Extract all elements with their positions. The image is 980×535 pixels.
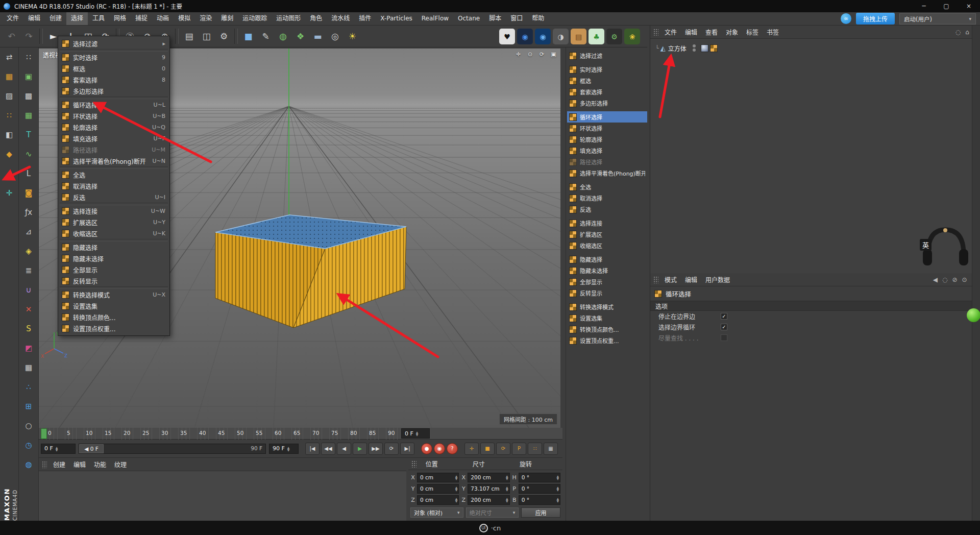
polygon-object-icon[interactable]: ◭ [660, 44, 666, 52]
spheres-icon[interactable]: ∴ [22, 380, 35, 394]
menu-rectangle-selection-icon[interactable]: 框选0 [58, 63, 169, 74]
menubar-item-plugins[interactable]: 插件 [354, 12, 376, 25]
menubar-item-tools[interactable]: 工具 [88, 12, 109, 25]
object-manager-menu-item[interactable]: 文件 [660, 28, 681, 36]
primitive-cube-icon[interactable]: ■ [240, 27, 257, 45]
home-icon[interactable]: ⌂ [965, 29, 969, 36]
array-icon[interactable]: ⊞ [22, 400, 35, 413]
palette-grow-selection-icon[interactable]: 扩展选区 [567, 229, 647, 240]
menu-path-selection-icon[interactable]: 路径选择U~M [58, 144, 169, 155]
render-visibility-dot[interactable] [693, 48, 696, 52]
prev-key-button[interactable]: ◀◀ [321, 443, 335, 455]
position-z-field[interactable]: 0 cm▲▼ [417, 495, 459, 505]
grip-icon[interactable] [653, 29, 658, 36]
magnet-icon[interactable]: ∪ [22, 283, 35, 297]
minimize-button[interactable]: ─ [913, 0, 935, 12]
toolbar-separator[interactable] [175, 29, 179, 44]
xparticles-icon[interactable]: ♥ [499, 29, 515, 44]
grip-icon[interactable] [42, 461, 47, 468]
select-boundary-loop-checkbox[interactable]: ✓ [721, 324, 727, 330]
palette-fill-selection-icon[interactable]: 填充选择 [567, 145, 647, 156]
menubar-item-simulate[interactable]: 模拟 [174, 12, 195, 25]
checker-ball-icon[interactable]: ◑ [553, 29, 569, 44]
capsule-icon[interactable]: ○ [22, 419, 35, 432]
toolbar-separator[interactable] [39, 29, 43, 44]
size-z-field[interactable]: 200 cm▲▼ [468, 495, 509, 505]
go-end-button[interactable]: ▶| [400, 443, 414, 455]
record-position-toggle[interactable]: ✛ [464, 443, 479, 455]
attribute-manager-menu-item[interactable]: 模式 [660, 275, 681, 284]
menu-invert-selection-icon[interactable]: 反选U~I [58, 191, 169, 203]
menubar-item-create[interactable]: 创建 [45, 12, 66, 25]
palette-ring-selection-icon[interactable]: 环状选择 [567, 123, 647, 134]
layout-dropdown[interactable]: 启动(用户) ▾ [899, 13, 976, 25]
sculpt-icon[interactable]: S [22, 322, 35, 335]
position-x-field[interactable]: 0 cm▲▼ [417, 473, 459, 482]
palette-hide-unselected-icon[interactable]: 隐藏未选择 [567, 265, 647, 276]
layers-icon[interactable]: ≣ [22, 264, 35, 277]
material-manager-menu-item[interactable]: 编辑 [69, 460, 90, 469]
maximize-button[interactable]: ▢ [935, 0, 958, 12]
render-settings-icon[interactable]: ⚙ [215, 27, 232, 45]
menu-phong-break-selection-icon[interactable]: 选择平滑着色(Phong)断开U~N [58, 155, 169, 166]
next-frame-button[interactable]: ▶▶ [369, 443, 383, 455]
menubar-item-render[interactable]: 渲染 [195, 12, 216, 25]
dock-edge-strip[interactable] [972, 26, 980, 521]
menu-hide-selected-icon[interactable]: 隐藏选择 [58, 241, 169, 253]
sync-cloud-icon[interactable]: ∞ [841, 13, 851, 24]
menu-set-vertex-weight-icon[interactable]: 设置顶点权重... [58, 323, 169, 334]
palette-rectangle-selection-icon[interactable]: 框选 [567, 75, 647, 86]
grip-icon[interactable] [411, 460, 416, 468]
record-pla-toggle[interactable]: ∷ [528, 443, 542, 455]
menu-loop-selection-icon[interactable]: 循环选择U~L [58, 99, 169, 110]
rotation-h-field[interactable]: 0 °▲▼ [519, 473, 560, 482]
menu-set-vertex-color-icon[interactable]: 转换顶点颜色... [58, 311, 169, 323]
current-frame-field[interactable]: 0 F ▲▼ [401, 428, 430, 439]
record-parameter-toggle[interactable]: P [512, 443, 526, 455]
object-manager-menu-item[interactable]: 对象 [722, 28, 742, 36]
palette-select-connected-icon[interactable]: 选择连接 [567, 217, 647, 229]
size-x-field[interactable]: 200 cm▲▼ [468, 473, 509, 482]
menubar-item-edit[interactable]: 编辑 [23, 12, 45, 25]
object-manager-menu-item[interactable]: 标签 [742, 28, 763, 36]
attribute-manager-menu-item[interactable]: 用户数据 [701, 275, 734, 284]
zoom-view-icon[interactable]: ⊙ [526, 51, 534, 58]
make-editable-icon[interactable]: ⇄ [3, 51, 16, 64]
redo-icon[interactable]: ↷ [20, 27, 37, 45]
menu-hide-unselected-icon[interactable]: 隐藏未选择 [58, 253, 169, 264]
object-manager-menu-item[interactable]: 书签 [763, 28, 783, 36]
menubar-item-help[interactable]: 帮助 [527, 12, 549, 25]
measure-icon[interactable]: ⊿ [22, 225, 35, 238]
texture-icon[interactable]: ▩ [22, 89, 35, 103]
floor-icon[interactable]: ▬ [309, 27, 326, 45]
record-keyframe-button[interactable]: ● [421, 443, 432, 454]
fx-icon[interactable]: ƒx [22, 206, 35, 219]
menu-show-all-icon[interactable]: 全部显示 [58, 264, 169, 275]
material-manager-menu-item[interactable]: 创建 [49, 460, 69, 469]
upload-button[interactable]: 拖拽上传 [856, 13, 895, 25]
attribute-manager-menu-item[interactable]: 编辑 [681, 275, 701, 284]
sphere-icon[interactable]: ◍ [22, 458, 35, 471]
record-scale-toggle[interactable]: ■ [480, 443, 495, 455]
polygon-selection-tag-icon[interactable] [710, 44, 718, 52]
palette-selection-filter-icon[interactable]: 选择过滤 [567, 50, 647, 61]
edge-mode-icon[interactable]: ◧ [3, 128, 16, 141]
axis-icon[interactable]: L [22, 167, 35, 180]
keyframe-mode-button[interactable]: ▦ [544, 443, 558, 455]
polygon-mode-icon[interactable]: ◆ [3, 148, 16, 161]
object-manager-menu-item[interactable]: 编辑 [681, 28, 701, 36]
menu-select-connected-icon[interactable]: 选择连接U~W [58, 205, 169, 216]
position-y-field[interactable]: 0 cm▲▼ [417, 484, 459, 494]
fluid-icon[interactable]: ◉ [535, 29, 551, 44]
cloner-icon[interactable]: ❖ [292, 27, 309, 45]
pan-view-icon[interactable]: ✛ [514, 51, 522, 58]
palette-convert-selection-icon[interactable]: 转换选择模式 [567, 301, 647, 312]
palette-invert-visibility-icon[interactable]: 反转显示 [567, 287, 647, 299]
palette-lasso-selection-icon[interactable]: 套索选择 [567, 86, 647, 98]
spinner-icon[interactable]: ▲▼ [416, 431, 419, 436]
toggle-view-icon[interactable]: ▣ [550, 51, 557, 58]
menu-set-selection-icon[interactable]: 设置选集 [58, 300, 169, 311]
gear-icon[interactable]: ⚙ [606, 29, 622, 44]
loop-button[interactable]: ⟳ [384, 443, 399, 455]
rotation-b-field[interactable]: 0 °▲▼ [519, 495, 560, 505]
